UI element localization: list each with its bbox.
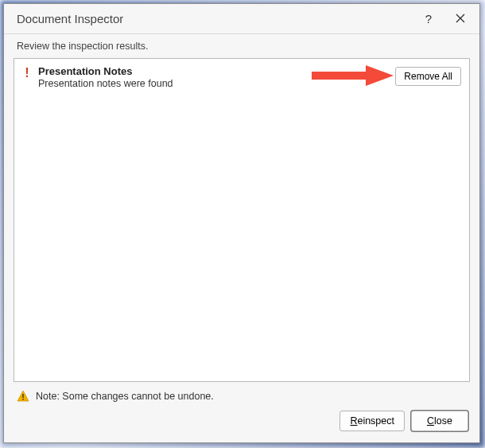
result-item: ! Presentation Notes Presentation notes … bbox=[14, 59, 469, 95]
titlebar: Document Inspector ? bbox=[4, 4, 479, 34]
help-button[interactable]: ? bbox=[413, 7, 444, 31]
result-title: Presentation Notes bbox=[38, 65, 389, 77]
svg-rect-4 bbox=[22, 399, 24, 400]
help-icon: ? bbox=[425, 12, 432, 25]
dialog-button-row: Reinspect Close bbox=[4, 403, 479, 442]
instruction-text: Review the inspection results. bbox=[4, 34, 479, 58]
svg-rect-3 bbox=[22, 394, 24, 398]
result-description: Presentation notes were found bbox=[38, 78, 389, 89]
result-text-block: Presentation Notes Presentation notes we… bbox=[35, 65, 389, 89]
results-panel: ! Presentation Notes Presentation notes … bbox=[14, 58, 470, 382]
note-row: Note: Some changes cannot be undone. bbox=[4, 382, 479, 403]
reinspect-button[interactable]: Reinspect bbox=[340, 411, 405, 431]
close-icon bbox=[456, 12, 465, 25]
close-button[interactable]: Close bbox=[411, 411, 468, 431]
dialog-title: Document Inspector bbox=[17, 12, 413, 25]
warning-icon bbox=[17, 390, 29, 403]
document-inspector-dialog: Document Inspector ? Review the inspecti… bbox=[3, 3, 480, 443]
remove-all-button[interactable]: Remove All bbox=[395, 67, 461, 86]
note-text: Note: Some changes cannot be undone. bbox=[36, 391, 214, 402]
exclamation-icon: ! bbox=[19, 65, 35, 80]
titlebar-close-button[interactable] bbox=[444, 7, 476, 31]
